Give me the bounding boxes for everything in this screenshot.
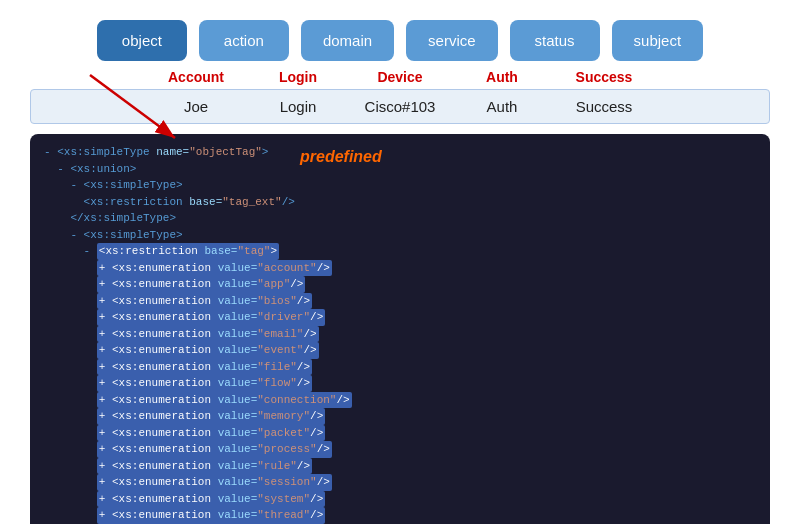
xml-line-enum-event: + <xs:enumeration value="event"/> [44, 342, 756, 359]
btn-status[interactable]: status [510, 20, 600, 61]
xml-line-enum-driver: + <xs:enumeration value="driver"/> [44, 309, 756, 326]
xml-line-enum-connection: + <xs:enumeration value="connection"/> [44, 392, 756, 409]
cell-success: Success [559, 98, 649, 115]
xml-line-enum-flow: + <xs:enumeration value="flow"/> [44, 375, 756, 392]
xml-line-enum-rule: + <xs:enumeration value="rule"/> [44, 458, 756, 475]
btn-service[interactable]: service [406, 20, 498, 61]
xml-line-enum-email: + <xs:enumeration value="email"/> [44, 326, 756, 343]
xml-line-enum-file: + <xs:enumeration value="file"/> [44, 359, 756, 376]
xml-line-enum-memory: + <xs:enumeration value="memory"/> [44, 408, 756, 425]
xml-line-2: - <xs:union> [44, 161, 756, 178]
xml-line-enum-account: + <xs:enumeration value="account"/> [44, 260, 756, 277]
btn-subject[interactable]: subject [612, 20, 704, 61]
xml-line-3: - <xs:simpleType> [44, 177, 756, 194]
xml-line-enum-session: + <xs:enumeration value="session"/> [44, 474, 756, 491]
label-device: Device [355, 69, 445, 85]
buttons-row: object action domain service status subj… [30, 20, 770, 61]
cell-login: Login [253, 98, 343, 115]
btn-action[interactable]: action [199, 20, 289, 61]
predefined-label: predefined [300, 148, 382, 166]
xml-line-5: </xs:simpleType> [44, 210, 756, 227]
xml-line-enum-process: + <xs:enumeration value="process"/> [44, 441, 756, 458]
xml-line-6: - <xs:simpleType> [44, 227, 756, 244]
label-login: Login [253, 69, 343, 85]
cell-cisco: Cisco#103 [355, 98, 445, 115]
xml-panel[interactable]: - <xs:simpleType name="objectTag"> - <xs… [30, 134, 770, 524]
xml-line-enum-app: + <xs:enumeration value="app"/> [44, 276, 756, 293]
xml-line-enum-packet: + <xs:enumeration value="packet"/> [44, 425, 756, 442]
label-success: Success [559, 69, 649, 85]
btn-domain[interactable]: domain [301, 20, 394, 61]
xml-line-enum-system: + <xs:enumeration value="system"/> [44, 491, 756, 508]
xml-line-7: - <xs:restriction base="tag"> [44, 243, 756, 260]
annotation-arrow [80, 70, 200, 150]
cell-auth: Auth [457, 98, 547, 115]
label-auth: Auth [457, 69, 547, 85]
xml-line-4: <xs:restriction base="tag_ext"/> [44, 194, 756, 211]
xml-line-enum-bios: + <xs:enumeration value="bios"/> [44, 293, 756, 310]
main-container: object action domain service status subj… [0, 0, 800, 524]
xml-line-enum-thread: + <xs:enumeration value="thread"/> [44, 507, 756, 524]
btn-object[interactable]: object [97, 20, 187, 61]
svg-line-1 [90, 75, 175, 138]
